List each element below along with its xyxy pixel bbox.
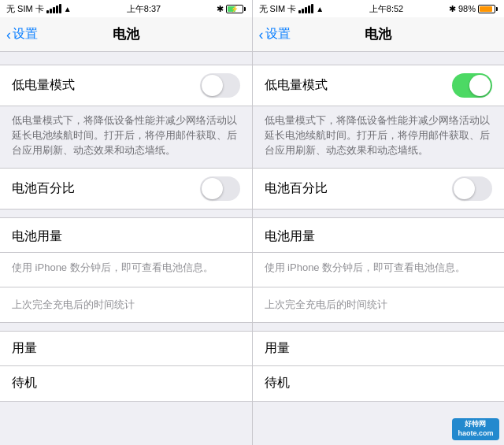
standby-label: 待机: [12, 375, 37, 391]
carrier-left: 无 SIM 卡: [259, 3, 297, 15]
low-power-description: 低电量模式下，将降低设备性能并减少网络活动以延长电池续航时间。打开后，将停用邮件…: [253, 106, 505, 168]
low-power-label: 低电量模式: [265, 77, 328, 94]
scroll-content: 低电量模式低电量模式下，将降低设备性能并减少网络活动以延长电池续航时间。打开后，…: [253, 52, 505, 445]
signal-bars: [298, 5, 313, 13]
chevron-left-icon: ‹: [259, 28, 264, 42]
status-bar: 无 SIM 卡▲上午8:37✱⚡: [0, 0, 252, 17]
battery-usage-group: 电池用量使用 iPhone 数分钟后，即可查看电池信息。上次完全充电后的时间统计: [0, 217, 252, 323]
last-charge-label: 上次完全充电后的时间统计: [12, 298, 135, 312]
signal-bars: [46, 5, 61, 13]
battery-usage-header: 电池用量: [265, 228, 315, 245]
battery-icon: [478, 5, 498, 13]
carrier-left: 无 SIM 卡: [6, 3, 44, 15]
battery-usage-header: 电池用量: [12, 228, 62, 245]
description-text: 低电量模式下，将降低设备性能并减少网络活动以延长电池续航时间。打开后，将停用邮件…: [12, 114, 237, 156]
usage-standby-group: 用量待机: [253, 331, 505, 402]
watermark-text: 好特网haote.com: [458, 420, 493, 438]
usage-row: 用量: [0, 332, 252, 366]
low-power-group: 低电量模式: [253, 65, 505, 106]
nav-back-button[interactable]: ‹设置: [259, 26, 291, 43]
phone-panel-left: 无 SIM 卡▲上午8:37✱⚡‹设置电池低电量模式低电量模式下，将降低设备性能…: [0, 0, 253, 445]
bluetooth-icon: ✱: [217, 4, 224, 14]
wifi-icon: ▲: [64, 5, 72, 13]
battery-usage-sub-row: 使用 iPhone 数分钟后，即可查看电池信息。: [0, 253, 252, 287]
battery-percent-row[interactable]: 电池百分比: [253, 169, 505, 209]
standby-row: 待机: [253, 366, 505, 401]
nav-back-button[interactable]: ‹设置: [6, 26, 38, 43]
battery-percent-toggle[interactable]: [200, 176, 240, 201]
watermark: 好特网haote.com: [452, 418, 499, 440]
battery-percent-label: 电池百分比: [265, 180, 328, 197]
usage-label: 用量: [12, 340, 37, 357]
nav-title: 电池: [113, 25, 139, 43]
status-bar: 无 SIM 卡▲上午8:52✱98%: [253, 0, 505, 17]
battery-usage-group: 电池用量使用 iPhone 数分钟后，即可查看电池信息。上次完全充电后的时间统计: [253, 217, 505, 323]
nav-back-label: 设置: [265, 26, 291, 43]
battery-usage-header-row: 电池用量: [253, 218, 505, 253]
battery-percent-group: 电池百分比: [0, 168, 252, 210]
standby-label: 待机: [265, 375, 290, 391]
usage-label: 用量: [265, 340, 290, 357]
status-time: 上午8:37: [127, 3, 161, 15]
battery-percent-group: 电池百分比: [253, 168, 505, 210]
last-charge-row: 上次完全充电后的时间统计: [253, 287, 505, 322]
bluetooth-icon: ✱: [449, 4, 456, 14]
wifi-icon: ▲: [316, 5, 324, 13]
description-text: 低电量模式下，将降低设备性能并减少网络活动以延长电池续航时间。打开后，将停用邮件…: [265, 114, 490, 156]
low-power-toggle[interactable]: [452, 73, 492, 98]
low-power-label: 低电量模式: [12, 77, 75, 94]
battery-usage-subtext: 使用 iPhone 数分钟后，即可查看电池信息。: [265, 261, 466, 275]
nav-bar: ‹设置电池: [0, 17, 252, 52]
low-power-row[interactable]: 低电量模式: [253, 65, 505, 106]
phone-panel-right: 无 SIM 卡▲上午8:52✱98%‹设置电池低电量模式低电量模式下，将降低设备…: [253, 0, 505, 445]
battery-icon: ⚡: [226, 5, 246, 13]
standby-row: 待机: [0, 366, 252, 401]
battery-usage-header-row: 电池用量: [0, 218, 252, 253]
battery-percent-row[interactable]: 电池百分比: [0, 169, 252, 209]
nav-title: 电池: [365, 25, 391, 43]
nav-back-label: 设置: [13, 26, 38, 43]
low-power-toggle[interactable]: [200, 73, 240, 98]
low-power-group: 低电量模式: [0, 65, 252, 106]
chevron-left-icon: ‹: [6, 28, 11, 42]
last-charge-row: 上次完全充电后的时间统计: [0, 287, 252, 322]
low-power-description: 低电量模式下，将降低设备性能并减少网络活动以延长电池续航时间。打开后，将停用邮件…: [0, 106, 252, 168]
usage-standby-group: 用量待机: [0, 331, 252, 402]
battery-percent-label: 电池百分比: [12, 180, 75, 197]
battery-usage-sub-row: 使用 iPhone 数分钟后，即可查看电池信息。: [253, 253, 505, 287]
usage-row: 用量: [253, 332, 505, 366]
nav-bar: ‹设置电池: [253, 17, 505, 52]
last-charge-label: 上次完全充电后的时间统计: [265, 298, 387, 312]
status-time: 上午8:52: [369, 3, 403, 15]
battery-usage-subtext: 使用 iPhone 数分钟后，即可查看电池信息。: [12, 261, 213, 275]
scroll-content: 低电量模式低电量模式下，将降低设备性能并减少网络活动以延长电池续航时间。打开后，…: [0, 52, 252, 445]
low-power-row[interactable]: 低电量模式: [0, 65, 252, 106]
battery-percent-toggle[interactable]: [452, 176, 492, 201]
